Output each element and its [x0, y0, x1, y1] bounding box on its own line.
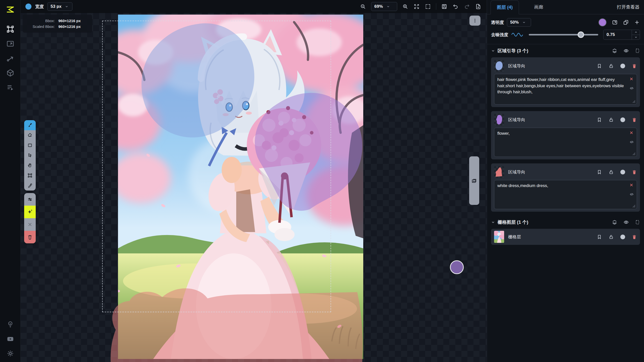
fit-layer-button[interactable]	[612, 19, 618, 25]
lock-icon[interactable]	[609, 117, 614, 122]
denoise-steppers	[632, 30, 640, 39]
add-layer-button[interactable]	[634, 19, 640, 25]
layer-color-swatch[interactable]	[598, 18, 607, 27]
regional-guidance-title: 区域引导 (3 个)	[498, 48, 528, 54]
redo-button[interactable]	[464, 3, 470, 10]
lock-icon[interactable]	[609, 234, 614, 240]
delete-layer-button[interactable]	[632, 169, 637, 175]
save-button[interactable]	[441, 3, 448, 10]
generation-bbox[interactable]	[102, 21, 331, 312]
bookmark-icon[interactable]	[597, 234, 602, 240]
zoom-level-dropdown[interactable]: 69%	[371, 2, 397, 11]
bookmark-icon[interactable]	[597, 169, 602, 175]
visibility-icon[interactable]	[623, 48, 629, 54]
step-down-button[interactable]	[632, 35, 640, 40]
sidebar-tab-canvas[interactable]	[4, 23, 16, 35]
layer-enabled-toggle[interactable]	[620, 117, 625, 122]
prompt-box: white dress,medium dress,	[494, 180, 637, 209]
visibility-icon[interactable]	[623, 219, 629, 225]
opacity-label: 透明度	[491, 20, 504, 25]
brush-tool-button[interactable]	[24, 120, 36, 130]
step-up-button[interactable]	[632, 30, 640, 35]
chevron-down-icon	[65, 5, 68, 8]
canvas-stage[interactable]: Bbox: 960×1216 px Scaled Bbox: 960×1216 …	[21, 13, 487, 362]
canvas-menu-button[interactable]	[469, 16, 480, 26]
filter-tool-button[interactable]	[24, 193, 36, 206]
delete-canvas-button[interactable]	[24, 231, 36, 243]
layer-title: 区域导向	[508, 169, 525, 175]
embed-trigger-button[interactable]	[629, 192, 634, 197]
gallery-panel-handle[interactable]	[469, 156, 479, 205]
sidebar-tab-models[interactable]	[4, 67, 16, 79]
opacity-dropdown[interactable]: 50%	[507, 18, 531, 27]
denoise-slider-knob[interactable]	[578, 31, 584, 38]
denoise-wave-icon	[511, 32, 524, 37]
bookmark-icon[interactable]	[597, 63, 602, 69]
brush-width-dropdown[interactable]: 53 px	[47, 2, 72, 11]
delete-layer-button[interactable]	[632, 117, 637, 122]
duplicate-layer-button[interactable]	[623, 19, 629, 25]
remove-prompt-button[interactable]	[629, 130, 634, 135]
group-layers-icon[interactable]	[612, 219, 617, 225]
bookmark-icon[interactable]	[597, 117, 602, 122]
eraser-tool-button[interactable]	[24, 130, 36, 140]
raster-layer-row[interactable]: 栅格层	[491, 229, 640, 245]
prompt-textarea[interactable]: hair flower,pink flower,hair ribbon,cat …	[497, 77, 625, 101]
layer-enabled-toggle[interactable]	[620, 64, 625, 68]
settings-gear-icon[interactable]	[4, 347, 16, 359]
clear-tool-button[interactable]	[24, 218, 36, 231]
new-canvas-button[interactable]	[475, 3, 481, 10]
open-viewer-button[interactable]: 打开查看器	[617, 0, 644, 14]
raster-layers-header[interactable]: 栅格图层 (1 个)	[487, 216, 644, 228]
layer-enabled-toggle[interactable]	[620, 170, 625, 174]
rect-tool-button[interactable]	[24, 140, 36, 150]
group-layers-icon[interactable]	[612, 48, 617, 54]
embed-trigger-button[interactable]	[629, 86, 634, 91]
regional-guidance-card[interactable]: 区域导向 white dress,medium dress,	[491, 163, 640, 212]
delete-layer-button[interactable]	[632, 234, 637, 240]
tab-layers[interactable]: 图层 (4)	[491, 0, 519, 14]
frame-icon[interactable]	[635, 48, 640, 54]
remove-prompt-button[interactable]	[629, 77, 634, 81]
app-window: 宽度 53 px 69%	[0, 0, 644, 362]
zoom-out-button[interactable]	[360, 3, 366, 10]
lock-icon[interactable]	[609, 63, 614, 69]
pan-tool-button[interactable]	[24, 160, 36, 170]
delete-layer-button[interactable]	[632, 63, 637, 69]
lock-icon[interactable]	[609, 169, 614, 175]
raster-layers-title: 栅格图层 (1 个)	[498, 219, 528, 225]
eyedropper-tool-button[interactable]	[24, 180, 36, 191]
resize-handle[interactable]	[632, 204, 635, 208]
layer-enabled-toggle[interactable]	[620, 235, 625, 239]
toolbar-divider	[436, 3, 436, 10]
invoke-generate-button[interactable]	[24, 206, 36, 218]
bbox-value: 960×1216 px	[58, 19, 92, 23]
zoom-in-button[interactable]	[402, 3, 409, 10]
resize-handle[interactable]	[632, 100, 635, 103]
sidebar-tab-workflows[interactable]	[4, 52, 16, 64]
sidebar-tab-gallery[interactable]	[4, 38, 16, 50]
fit-bbox-button[interactable]	[425, 3, 431, 10]
regional-guidance-card[interactable]: 区域导向 flower,	[491, 111, 640, 159]
embed-trigger-button[interactable]	[629, 140, 634, 145]
move-tool-button[interactable]	[24, 150, 36, 160]
undo-button[interactable]	[452, 3, 459, 10]
tab-gallery[interactable]: 画廊	[519, 0, 558, 14]
prompt-textarea[interactable]: flower,	[497, 130, 625, 153]
regional-guidance-card[interactable]: 区域导向 hair flower,pink flower,hair ribbon…	[491, 57, 640, 107]
youtube-icon[interactable]	[4, 333, 16, 345]
remove-prompt-button[interactable]	[629, 183, 634, 187]
tab-layers-label: 图层 (4)	[497, 4, 513, 10]
denoise-input[interactable]	[603, 30, 632, 39]
denoise-slider[interactable]	[529, 34, 598, 35]
brush-color-swatch[interactable]	[25, 3, 32, 10]
sidebar-tab-queue[interactable]	[4, 81, 16, 94]
help-bulb-icon[interactable]	[4, 318, 16, 330]
regional-guidance-header[interactable]: 区域引导 (3 个)	[487, 44, 644, 56]
prompt-textarea[interactable]: white dress,medium dress,	[497, 183, 625, 205]
frame-icon[interactable]	[635, 219, 640, 225]
resize-handle[interactable]	[632, 152, 635, 155]
tool-palette	[24, 120, 36, 243]
fit-view-button[interactable]	[413, 3, 420, 10]
transform-tool-button[interactable]	[24, 170, 36, 180]
